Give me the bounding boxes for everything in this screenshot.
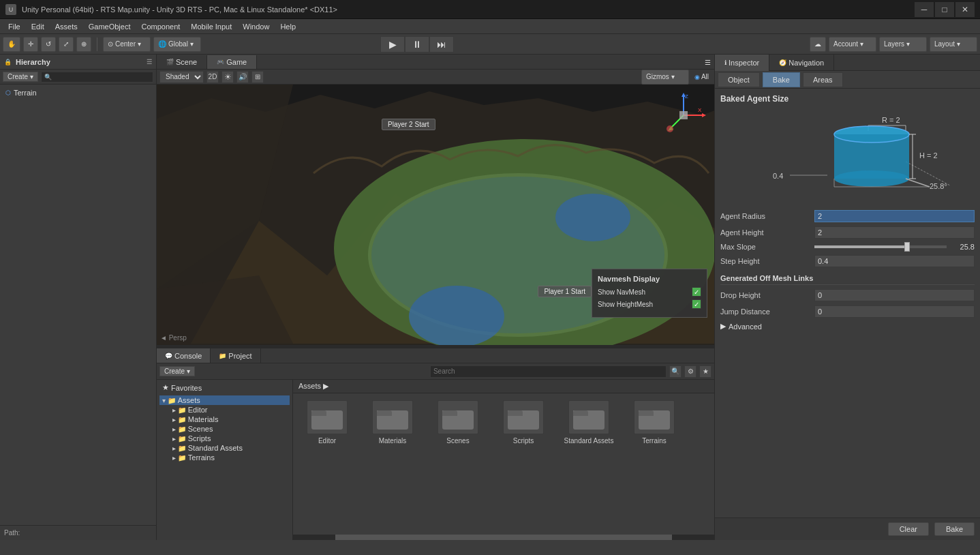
layout-label: Layout xyxy=(934,40,955,48)
all-layers-btn[interactable]: ◉ All xyxy=(692,73,711,80)
tree-item-favorites[interactable]: ★ Favorites xyxy=(159,382,290,393)
account-dropdown[interactable]: Account ▾ xyxy=(829,37,876,52)
audio-toggle[interactable]: 🔊 xyxy=(236,71,249,83)
svg-line-39 xyxy=(906,179,930,187)
standard-assets-asset-label: Standard Assets xyxy=(564,437,614,445)
cloud-button[interactable]: ☁ xyxy=(810,37,826,52)
menu-mobile-input[interactable]: Mobile Input xyxy=(185,19,237,34)
assets-search-input[interactable] xyxy=(430,365,667,378)
all-icon: ◉ xyxy=(694,74,700,80)
inspector-icon: ℹ xyxy=(724,59,726,66)
drop-height-input[interactable] xyxy=(814,289,975,301)
move-tool-button[interactable]: ✛ xyxy=(23,37,38,52)
navigation-tab[interactable]: 🧭 Navigation xyxy=(769,55,834,71)
jump-distance-input[interactable] xyxy=(814,305,975,318)
show-navmesh-checkbox[interactable]: ✓ xyxy=(692,287,701,297)
asset-item-terrains[interactable]: Terrains xyxy=(627,400,682,445)
global-mode-dropdown[interactable]: 🌐 Global ▾ xyxy=(153,37,201,52)
agent-height-input[interactable] xyxy=(814,226,975,239)
menu-component[interactable]: Component xyxy=(136,19,185,34)
bake-button[interactable]: Bake xyxy=(934,522,975,536)
menu-window[interactable]: Window xyxy=(237,19,275,34)
assets-filter-button[interactable]: ⚙ xyxy=(684,365,696,378)
menu-assets[interactable]: Assets xyxy=(50,19,83,34)
assets-scroll-thumb[interactable] xyxy=(335,535,672,540)
scale-tool-button[interactable]: ⤢ xyxy=(59,37,74,52)
2d-toggle[interactable]: 2D xyxy=(206,71,219,83)
menu-gameobject[interactable]: GameObject xyxy=(83,19,136,34)
assets-search-button[interactable]: 🔍 xyxy=(669,365,682,378)
asset-item-editor[interactable]: Editor xyxy=(300,400,354,445)
scene-panel: 🎬 Scene 🎮 Game ☰ Shaded 2D ☀ 🔊 ⊞ Gizmos … xyxy=(157,55,714,345)
menu-help[interactable]: Help xyxy=(275,19,301,34)
assets-content: ★ Favorites ▾ 📁 Assets ▸ 📁 Editor xyxy=(157,380,714,540)
gizmos-dropdown[interactable]: Gizmos ▾ xyxy=(641,70,689,85)
drop-height-label: Drop Height xyxy=(720,291,809,299)
inspector-tab[interactable]: ℹ Inspector xyxy=(715,55,769,71)
assets-favorite-button[interactable]: ★ xyxy=(699,365,711,378)
global-chevron-icon: ▾ xyxy=(190,40,194,48)
center-mode-dropdown[interactable]: ⊙ Center ▾ xyxy=(103,37,151,52)
materials-folder-icon: ▸ 📁 xyxy=(172,416,186,423)
rotate-tool-button[interactable]: ↺ xyxy=(41,37,56,52)
hierarchy-item-terrain[interactable]: ⬡ Terrain xyxy=(3,87,153,98)
advanced-chevron-icon: ▶ xyxy=(720,322,726,331)
asset-item-standard-assets[interactable]: Standard Assets xyxy=(562,400,616,445)
asset-item-materials[interactable]: Materials xyxy=(365,400,420,445)
menu-file[interactable]: File xyxy=(3,19,26,34)
terrains-folder-shape xyxy=(639,405,670,430)
fx-toggle[interactable]: ⊞ xyxy=(251,71,264,83)
rect-tool-button[interactable]: ⊕ xyxy=(76,37,91,52)
project-tab[interactable]: 📁 Project xyxy=(211,348,260,363)
tree-item-terrains[interactable]: ▸ 📁 Terrains xyxy=(159,453,290,462)
create-chevron-icon: ▾ xyxy=(30,73,33,80)
nav-sub-tabs: Object Bake Areas xyxy=(715,71,980,89)
hierarchy-options-icon[interactable]: ☰ xyxy=(147,59,152,65)
agent-radius-input[interactable] xyxy=(814,210,975,222)
show-heightmesh-checkbox[interactable]: ✓ xyxy=(692,299,701,309)
scene-panel-options[interactable]: ☰ xyxy=(701,55,714,69)
maximize-button[interactable]: □ xyxy=(935,2,954,17)
off-mesh-links-header: Generated Off Mesh Links xyxy=(720,274,975,285)
scene-viewport[interactable]: Player 2 Start Player 1 Start Z xyxy=(157,85,714,345)
close-button[interactable]: ✕ xyxy=(955,2,975,17)
advanced-section-header[interactable]: ▶ Advanced xyxy=(720,322,975,331)
max-slope-value: 25.8 xyxy=(951,243,975,251)
tree-item-assets[interactable]: ▾ 📁 Assets xyxy=(159,395,290,405)
tree-item-scenes[interactable]: ▸ 📁 Scenes xyxy=(159,424,290,434)
show-heightmesh-label: Show HeightMesh xyxy=(598,301,653,308)
hand-tool-button[interactable]: ✋ xyxy=(3,37,20,52)
step-button[interactable]: ⏭ xyxy=(429,36,454,52)
scene-tab-scene[interactable]: 🎬 Scene xyxy=(157,55,207,69)
console-tab[interactable]: 💬 Console xyxy=(157,348,211,363)
scene-tab-game[interactable]: 🎮 Game xyxy=(207,55,257,69)
clear-button[interactable]: Clear xyxy=(888,522,929,536)
nav-tab-areas[interactable]: Areas xyxy=(803,72,843,87)
lighting-toggle[interactable]: ☀ xyxy=(221,71,234,83)
navmesh-show-navmesh-row: Show NavMesh ✓ xyxy=(598,287,701,297)
pause-button[interactable]: ⏸ xyxy=(405,36,429,52)
scene-icon: 🎬 xyxy=(166,59,174,65)
max-slope-slider-track[interactable] xyxy=(814,245,947,248)
play-button[interactable]: ▶ xyxy=(380,36,405,52)
asset-item-scenes[interactable]: Scenes xyxy=(431,400,485,445)
layers-dropdown[interactable]: Layers ▾ xyxy=(879,37,927,52)
nav-tab-bake[interactable]: Bake xyxy=(763,72,800,87)
hierarchy-create-button[interactable]: Create ▾ xyxy=(3,72,38,82)
shade-mode-select[interactable]: Shaded xyxy=(159,71,204,83)
tree-item-standard-assets[interactable]: ▸ 📁 Standard Assets xyxy=(159,443,290,453)
tree-item-editor[interactable]: ▸ 📁 Editor xyxy=(159,405,290,415)
assets-create-button[interactable]: Create ▾ xyxy=(159,366,195,376)
layout-dropdown[interactable]: Layout ▾ xyxy=(930,37,977,52)
tree-item-materials[interactable]: ▸ 📁 Materials xyxy=(159,415,290,424)
minimize-button[interactable]: ─ xyxy=(915,2,934,17)
tree-item-scripts[interactable]: ▸ 📁 Scripts xyxy=(159,434,290,443)
navmesh-display-popup: Navmesh Display Show NavMesh ✓ Show Heig… xyxy=(592,269,707,318)
standard-assets-folder-icon: ▸ 📁 xyxy=(172,445,186,452)
nav-tab-object[interactable]: Object xyxy=(718,72,760,87)
step-height-input[interactable] xyxy=(814,255,975,267)
menu-edit[interactable]: Edit xyxy=(26,19,50,34)
asset-item-scripts[interactable]: Scripts xyxy=(496,400,551,445)
max-slope-slider-thumb[interactable] xyxy=(904,242,910,252)
assets-scrollbar[interactable] xyxy=(293,535,714,540)
